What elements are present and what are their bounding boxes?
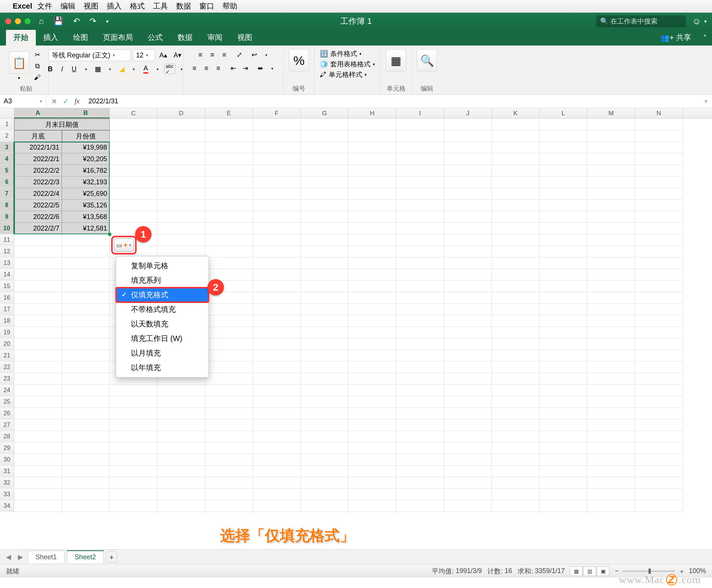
cell[interactable] [349,350,396,362]
cell[interactable] [492,304,540,315]
cell[interactable] [540,442,587,454]
cell[interactable] [301,188,349,200]
align-left-icon[interactable]: ≡ [189,63,200,74]
redo-icon[interactable]: ↷ [90,16,96,26]
cell[interactable] [540,477,587,489]
cell[interactable] [349,327,396,338]
cell[interactable] [492,466,540,477]
cell[interactable] [14,431,62,442]
cell[interactable] [540,223,587,234]
confirm-formula-icon[interactable]: ✓ [63,97,69,106]
cell[interactable] [492,188,540,200]
cell[interactable] [110,153,157,165]
cell[interactable] [157,408,205,419]
row-header[interactable]: 11 [0,234,14,246]
cell[interactable] [635,153,683,165]
cell[interactable] [157,211,205,223]
cell[interactable] [110,119,157,130]
cell[interactable] [205,489,253,500]
cell[interactable] [587,442,635,454]
cell[interactable] [14,408,62,419]
cell[interactable] [396,188,444,200]
cell[interactable] [253,246,301,257]
cell[interactable] [587,292,635,304]
autofill-option[interactable]: 以年填充 [116,360,209,375]
column-header-D[interactable]: D [157,108,205,118]
cell[interactable] [635,188,683,200]
cell[interactable] [205,269,253,281]
cell[interactable] [444,281,492,292]
cell[interactable] [349,153,396,165]
cell[interactable] [444,327,492,338]
feedback-icon[interactable]: ☺ [692,16,701,26]
row-header[interactable]: 7 [0,188,14,200]
bold-button[interactable]: B [45,64,56,74]
cell[interactable] [253,454,301,466]
cell[interactable] [349,142,396,153]
font-size-select[interactable]: 12 [133,49,155,61]
cell[interactable] [157,176,205,188]
cell[interactable] [635,269,683,281]
cell[interactable] [205,223,253,234]
cell[interactable] [635,338,683,350]
cell[interactable] [540,431,587,442]
row-header[interactable]: 2 [0,130,14,142]
menu-view[interactable]: 视图 [84,1,99,11]
cell[interactable] [396,119,444,130]
paste-button[interactable]: 📋 [9,51,29,74]
cell[interactable] [396,223,444,234]
cell[interactable] [587,176,635,188]
row-header[interactable]: 29 [0,442,14,454]
sheet-tab-2[interactable]: Sheet2 [67,550,104,563]
column-header-K[interactable]: K [492,108,540,118]
cell[interactable] [587,269,635,281]
font-color-icon[interactable]: A [140,64,152,74]
menu-format[interactable]: 格式 [130,1,145,11]
cell[interactable] [301,500,349,512]
cell[interactable]: ¥25,690 [62,188,110,200]
cell[interactable] [157,396,205,408]
cell[interactable] [62,257,110,269]
cell[interactable] [62,396,110,408]
cell[interactable] [253,153,301,165]
cell[interactable] [62,431,110,442]
cell[interactable] [14,292,62,304]
cell[interactable] [540,130,587,142]
qat-customize-icon[interactable]: ▾ [106,18,109,24]
cell[interactable] [492,211,540,223]
cell[interactable] [301,246,349,257]
cell[interactable] [396,362,444,373]
cell[interactable] [205,188,253,200]
cell[interactable] [205,304,253,315]
cell[interactable] [492,327,540,338]
cell[interactable] [492,153,540,165]
row-header[interactable]: 23 [0,373,14,385]
row-header[interactable]: 13 [0,257,14,269]
cell[interactable] [110,466,157,477]
home-icon[interactable]: ⌂ [39,16,44,26]
cell[interactable] [635,454,683,466]
cell[interactable] [444,246,492,257]
cell[interactable]: 月末日期值 [14,119,110,130]
cell[interactable] [301,292,349,304]
cell[interactable] [444,500,492,512]
cell[interactable] [587,466,635,477]
cell[interactable] [349,431,396,442]
column-header-H[interactable]: H [349,108,396,118]
cell[interactable] [62,269,110,281]
row-header[interactable]: 8 [0,200,14,211]
cell[interactable] [635,234,683,246]
cell[interactable] [62,304,110,315]
cell[interactable] [587,188,635,200]
cell[interactable] [635,327,683,338]
column-header-A[interactable]: A [14,108,62,118]
cell[interactable] [492,385,540,396]
cell[interactable] [540,396,587,408]
cell[interactable] [349,246,396,257]
cancel-formula-icon[interactable]: ✕ [51,97,57,106]
cell[interactable] [157,142,205,153]
row-header[interactable]: 9 [0,211,14,223]
cell[interactable] [349,500,396,512]
cell[interactable] [349,269,396,281]
cell[interactable] [396,350,444,362]
